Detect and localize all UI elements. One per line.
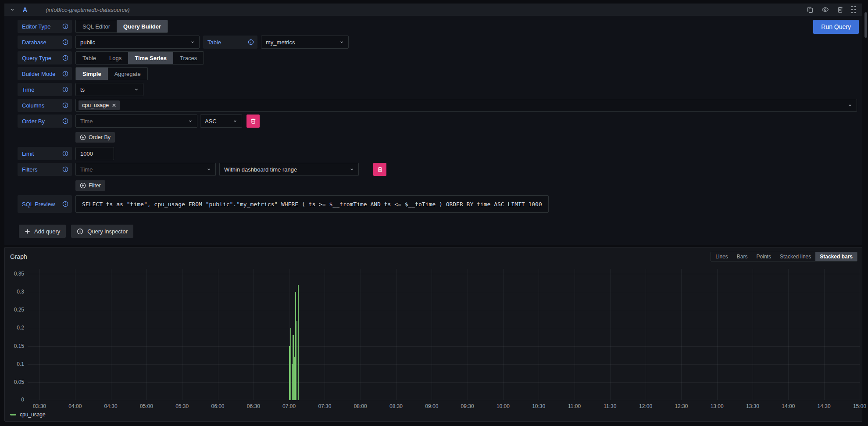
x-tick-label: 10:00 bbox=[497, 403, 510, 409]
x-tick-label: 14:00 bbox=[782, 403, 795, 409]
table-label: Table bbox=[203, 36, 257, 49]
tab-traces[interactable]: Traces bbox=[173, 52, 204, 64]
tab-sql-editor[interactable]: SQL Editor bbox=[76, 20, 117, 32]
info-icon[interactable] bbox=[62, 39, 68, 45]
database-label: Database bbox=[18, 36, 72, 49]
x-tick-label: 07:30 bbox=[318, 403, 331, 409]
add-order-by-row: Order By bbox=[75, 132, 857, 143]
plot-area[interactable] bbox=[28, 269, 860, 400]
info-icon[interactable] bbox=[62, 23, 68, 29]
sql-preview-row: SQL Preview SELECT ts as "time", cpu_usa… bbox=[18, 195, 857, 213]
query-row-header: A (info8fcc-greptimedb-datasource) bbox=[4, 4, 862, 16]
query-editor-section: A (info8fcc-greptimedb-datasource) Run Q… bbox=[4, 4, 862, 245]
remove-filter-button[interactable] bbox=[373, 163, 386, 176]
tab-table[interactable]: Table bbox=[76, 52, 103, 64]
h-gridline bbox=[28, 364, 860, 365]
v-gridline bbox=[111, 269, 111, 400]
tab-time-series[interactable]: Time Series bbox=[128, 52, 173, 64]
chevron-down-icon bbox=[190, 40, 195, 44]
chevron-down-icon bbox=[848, 103, 852, 107]
x-tick-label: 12:00 bbox=[639, 403, 652, 409]
collapse-chevron-icon[interactable] bbox=[10, 7, 15, 12]
query-footer: Add query Query inspector bbox=[19, 225, 857, 245]
table-select[interactable]: my_metrics bbox=[261, 36, 349, 49]
info-icon[interactable] bbox=[62, 55, 68, 61]
scrollbar-thumb[interactable] bbox=[864, 12, 867, 38]
columns-multiselect[interactable]: cpu_usage bbox=[75, 99, 857, 112]
legend-item-cpu-usage[interactable]: cpu_usage bbox=[10, 412, 46, 418]
v-gridline bbox=[218, 269, 218, 400]
v-gridline bbox=[860, 269, 860, 400]
chevron-down-icon bbox=[233, 119, 237, 123]
h-gridline bbox=[28, 346, 860, 347]
tab-aggregate[interactable]: Aggregate bbox=[108, 68, 147, 80]
tab-query-builder[interactable]: Query Builder bbox=[117, 20, 168, 32]
x-tick-label: 09:30 bbox=[461, 403, 474, 409]
order-by-field-select[interactable]: Time bbox=[75, 115, 197, 128]
v-gridline bbox=[753, 269, 753, 400]
add-query-button[interactable]: Add query bbox=[19, 225, 66, 238]
y-tick-label: 0.25 bbox=[5, 307, 24, 313]
tab-logs[interactable]: Logs bbox=[103, 52, 128, 64]
x-tick-label: 09:00 bbox=[425, 403, 438, 409]
filter-field-select[interactable]: Time bbox=[75, 163, 216, 176]
v-gridline bbox=[610, 269, 611, 400]
trash-icon bbox=[377, 166, 383, 172]
h-gridline bbox=[28, 382, 860, 383]
v-gridline bbox=[325, 269, 325, 400]
order-by-direction-select[interactable]: ASC bbox=[200, 115, 242, 128]
query-type-tabs: TableLogsTime SeriesTraces bbox=[75, 51, 204, 64]
info-icon[interactable] bbox=[62, 118, 68, 124]
datasource-name: (info8fcc-greptimedb-datasource) bbox=[46, 7, 129, 13]
info-icon[interactable] bbox=[62, 71, 68, 77]
editor-type-row: Editor Type SQL EditorQuery Builder bbox=[18, 20, 857, 33]
chevron-down-icon bbox=[134, 87, 139, 92]
tab-simple[interactable]: Simple bbox=[76, 68, 108, 80]
query-ref-id[interactable]: A bbox=[23, 6, 27, 13]
add-filter-row: Filter bbox=[75, 180, 857, 191]
time-column-select[interactable]: ts bbox=[75, 83, 143, 96]
v-gridline bbox=[503, 269, 504, 400]
add-filter-button[interactable]: Filter bbox=[75, 180, 105, 191]
info-icon[interactable] bbox=[62, 201, 68, 207]
v-gridline bbox=[539, 269, 539, 400]
v-gridline bbox=[717, 269, 718, 400]
x-tick-label: 13:30 bbox=[746, 403, 759, 409]
database-select[interactable]: public bbox=[75, 36, 200, 49]
remove-tag-icon[interactable] bbox=[112, 103, 116, 107]
info-icon[interactable] bbox=[62, 86, 68, 93]
x-tick-label: 12:30 bbox=[675, 403, 688, 409]
hide-query-eye-icon[interactable] bbox=[822, 6, 829, 13]
x-tick-label: 04:00 bbox=[68, 403, 82, 409]
add-order-by-button[interactable]: Order By bbox=[75, 132, 115, 143]
y-tick-label: 0.2 bbox=[5, 325, 24, 331]
column-tag-cpu_usage[interactable]: cpu_usage bbox=[79, 100, 120, 110]
remove-order-by-button[interactable] bbox=[246, 115, 260, 128]
trash-icon bbox=[250, 118, 256, 124]
chevron-down-icon bbox=[339, 40, 344, 44]
limit-label: Limit bbox=[18, 147, 72, 160]
v-gridline bbox=[468, 269, 468, 400]
info-icon[interactable] bbox=[248, 39, 254, 45]
query-type-label: Query Type bbox=[18, 51, 72, 64]
limit-input[interactable]: 1000 bbox=[75, 147, 114, 160]
info-icon[interactable] bbox=[62, 102, 68, 108]
v-gridline bbox=[646, 269, 646, 400]
v-gridline bbox=[824, 269, 825, 400]
delete-query-trash-icon[interactable] bbox=[837, 6, 843, 13]
x-tick-label: 08:00 bbox=[354, 403, 367, 409]
columns-label: Columns bbox=[18, 99, 72, 112]
info-icon[interactable] bbox=[62, 166, 68, 172]
builder-mode-label: Builder Mode bbox=[18, 67, 72, 80]
h-gridline bbox=[28, 274, 860, 274]
filter-condition-select[interactable]: Within dashboard time range bbox=[219, 163, 359, 176]
run-query-button[interactable]: Run Query bbox=[813, 20, 859, 34]
query-inspector-button[interactable]: Query inspector bbox=[71, 225, 133, 238]
v-gridline bbox=[39, 269, 40, 400]
h-gridline bbox=[28, 328, 860, 328]
x-tick-label: 14:30 bbox=[818, 403, 831, 409]
editor-type-tabs: SQL EditorQuery Builder bbox=[75, 20, 168, 33]
info-icon[interactable] bbox=[62, 150, 68, 157]
duplicate-query-icon[interactable] bbox=[807, 6, 814, 13]
drag-handle-icon[interactable] bbox=[851, 6, 856, 14]
